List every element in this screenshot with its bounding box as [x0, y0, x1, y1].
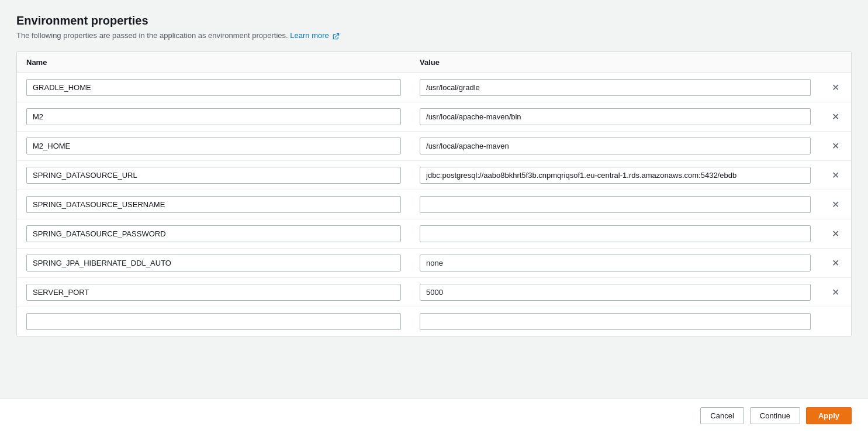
value-cell: [410, 278, 820, 307]
value-cell: [410, 307, 820, 336]
delete-cell: ✕: [820, 249, 851, 278]
table-row: ✕: [17, 249, 851, 278]
table-row: ✕: [17, 278, 851, 307]
external-link-icon: [333, 33, 340, 40]
name-input[interactable]: [26, 108, 401, 125]
delete-cell: ✕: [820, 278, 851, 307]
name-cell: [17, 132, 410, 161]
name-cell: [17, 278, 410, 307]
page-container: Environment properties The following pro…: [0, 0, 868, 383]
delete-cell: ✕: [820, 190, 851, 219]
table-row: ✕: [17, 161, 851, 190]
table-row: ✕: [17, 190, 851, 219]
table-body: ✕✕✕✕✕✕✕✕: [17, 73, 851, 336]
delete-row-button[interactable]: ✕: [829, 228, 842, 240]
name-input[interactable]: [26, 196, 401, 213]
delete-row-button[interactable]: ✕: [829, 140, 842, 152]
name-input[interactable]: [26, 225, 401, 242]
value-cell: [410, 161, 820, 190]
name-cell: [17, 102, 410, 132]
name-cell: [17, 219, 410, 249]
name-input[interactable]: [26, 167, 401, 184]
delete-row-button[interactable]: ✕: [829, 111, 842, 123]
footer-actions: Cancel Continue Apply: [0, 398, 868, 433]
name-input[interactable]: [26, 255, 401, 272]
cancel-button[interactable]: Cancel: [700, 407, 743, 424]
value-column-header: Value: [410, 52, 820, 73]
value-cell: [410, 73, 820, 102]
learn-more-link[interactable]: Learn more: [290, 31, 340, 40]
name-input[interactable]: [26, 284, 401, 301]
table-row: ✕: [17, 219, 851, 249]
name-cell: [17, 249, 410, 278]
continue-button[interactable]: Continue: [750, 407, 800, 424]
delete-row-button[interactable]: ✕: [829, 287, 842, 298]
table-row: ✕: [17, 102, 851, 132]
name-input[interactable]: [26, 313, 401, 330]
value-input[interactable]: [420, 79, 811, 96]
name-column-header: Name: [17, 52, 410, 73]
name-cell: [17, 161, 410, 190]
value-cell: [410, 219, 820, 249]
delete-column-header: [820, 52, 851, 73]
name-cell: [17, 190, 410, 219]
table-row: ✕: [17, 73, 851, 102]
delete-row-button[interactable]: ✕: [829, 82, 842, 94]
table-header-row: Name Value: [17, 52, 851, 73]
name-cell: [17, 307, 410, 336]
name-input[interactable]: [26, 138, 401, 154]
delete-row-button[interactable]: ✕: [829, 199, 842, 211]
delete-cell: ✕: [820, 102, 851, 132]
name-cell: [17, 73, 410, 102]
delete-cell: ✕: [820, 219, 851, 249]
value-input[interactable]: [420, 108, 811, 125]
delete-row-button[interactable]: ✕: [829, 170, 842, 181]
table-row: ✕: [17, 132, 851, 161]
value-input[interactable]: [420, 167, 811, 184]
value-cell: [410, 190, 820, 219]
value-cell: [410, 102, 820, 132]
value-input[interactable]: [420, 284, 811, 301]
delete-cell: [820, 307, 851, 336]
value-input[interactable]: [420, 313, 811, 330]
delete-cell: ✕: [820, 73, 851, 102]
page-description: The following properties are passed in t…: [16, 31, 852, 40]
value-cell: [410, 249, 820, 278]
apply-button[interactable]: Apply: [806, 407, 852, 424]
value-input[interactable]: [420, 225, 811, 242]
properties-table: Name Value ✕✕✕✕✕✕✕✕: [17, 52, 851, 336]
value-input[interactable]: [420, 196, 811, 213]
table-row: [17, 307, 851, 336]
delete-cell: ✕: [820, 132, 851, 161]
delete-cell: ✕: [820, 161, 851, 190]
delete-row-button[interactable]: ✕: [829, 257, 842, 269]
name-input[interactable]: [26, 79, 401, 96]
page-title: Environment properties: [16, 14, 852, 28]
value-input[interactable]: [420, 255, 811, 272]
value-cell: [410, 132, 820, 161]
value-input[interactable]: [420, 138, 811, 154]
properties-table-container: Name Value ✕✕✕✕✕✕✕✕: [16, 51, 852, 336]
